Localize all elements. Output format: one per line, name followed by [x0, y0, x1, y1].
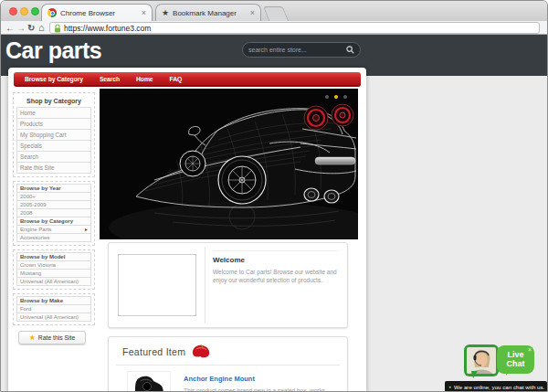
- tab-label: Chrome Browser: [60, 9, 138, 17]
- rate-button-label: Rate this Site: [38, 334, 75, 341]
- hot-item-icon: [191, 344, 211, 359]
- divider: [116, 365, 340, 366]
- browser-toolbar: ← → ↻ ⌂ https://www.fortune3.com: [1, 21, 547, 35]
- chat-agent-avatar: [467, 347, 496, 374]
- sidebar-item-rate-this-site[interactable]: Rate this Site: [16, 162, 91, 174]
- web-page: Car parts Browse by Category Search Home…: [1, 35, 547, 392]
- chat-status-text: We are online, you can chat with us.: [454, 384, 544, 390]
- nav-browse-by-category[interactable]: Browse by Category: [25, 76, 83, 82]
- store-search-input[interactable]: [248, 47, 342, 53]
- address-bar[interactable]: https://www.fortune3.com: [49, 22, 540, 34]
- window-zoom-button[interactable]: [31, 7, 39, 16]
- carousel-dots: [325, 95, 347, 99]
- search-icon[interactable]: [346, 46, 354, 54]
- url-text: https://www.fortune3.com: [64, 24, 151, 33]
- carousel-dot-active[interactable]: [334, 95, 338, 99]
- sidebar-item-label: Engine Parts: [20, 227, 51, 232]
- reload-icon[interactable]: ↻: [27, 21, 35, 35]
- product-info: Anchor Engine Mount This product comes b…: [184, 371, 347, 392]
- welcome-title: Welcome: [213, 256, 338, 264]
- submenu-arrow-icon: ►: [84, 227, 89, 232]
- browser-window: Chrome Browser × ★ Bookmark Manager × ← …: [0, 0, 548, 392]
- sidebar-item-universal-model[interactable]: Universal (All American): [16, 277, 91, 286]
- tab-chrome-browser[interactable]: Chrome Browser ×: [41, 4, 153, 21]
- site-content-wrapper: Browse by Category Search Home FAQ Shop …: [8, 68, 366, 392]
- carousel-dot[interactable]: [325, 95, 329, 99]
- sidebar-group-make: Browse by Make Ford Universal (All Ameri…: [13, 293, 95, 325]
- featured-item-panel: Featured Item: [108, 336, 348, 392]
- rate-this-site-button[interactable]: ★ Rate this Site: [18, 331, 86, 344]
- tab-close-icon[interactable]: ×: [250, 9, 255, 17]
- tab-strip: Chrome Browser × ★ Bookmark Manager ×: [1, 1, 547, 21]
- chat-status-bar[interactable]: ● We are online, you can chat with us.: [445, 381, 547, 392]
- live-chat-label-line2: Chat: [497, 359, 534, 368]
- back-icon[interactable]: ←: [5, 21, 15, 35]
- window-close-button[interactable]: [9, 7, 17, 16]
- tab-close-icon[interactable]: ×: [142, 9, 146, 17]
- chat-agent-photo-bubble[interactable]: [464, 344, 499, 376]
- sidebar-group-browse: Browse by Year 2000+ 2005-2009 2008 Brow…: [13, 181, 95, 246]
- sidebar: Shop by Category Home Products My Shoppi…: [13, 92, 95, 344]
- live-chat-button[interactable]: × Live Chat: [497, 345, 534, 374]
- welcome-body: Welcome to Car parts! Browse our website…: [213, 269, 338, 284]
- site-title: Car parts: [5, 37, 101, 64]
- product-description: This product comes brand new in a sealed…: [184, 387, 336, 392]
- online-dot-icon: ●: [448, 385, 451, 389]
- divider: [205, 247, 206, 323]
- sidebar-group-shop: Shop by Category Home Products My Shoppi…: [13, 92, 95, 177]
- wireframe-car-image: [100, 89, 358, 239]
- chrome-logo-icon: [47, 8, 57, 17]
- carousel-dot[interactable]: [343, 95, 347, 99]
- featured-header: Featured Item: [109, 337, 347, 363]
- sidebar-item-accessories[interactable]: Accessories: [16, 233, 91, 242]
- main-column: Welcome Welcome to Car parts! Browse our…: [100, 68, 358, 392]
- hero-banner: [100, 89, 358, 239]
- window-minimize-button[interactable]: [20, 7, 28, 16]
- featured-title: Featured Item: [122, 346, 185, 357]
- chat-close-icon[interactable]: ×: [528, 346, 532, 353]
- forward-icon[interactable]: →: [16, 21, 26, 35]
- home-icon[interactable]: ⌂: [38, 21, 45, 35]
- featured-product-row: Anchor Engine Mount This product comes b…: [109, 371, 347, 392]
- product-image[interactable]: [127, 371, 171, 392]
- sidebar-group-model: Browse by Model Crown Victoria Mustang U…: [13, 249, 95, 290]
- tab-label: Bookmark Manager: [173, 9, 247, 17]
- sidebar-item-universal-make[interactable]: Universal (All American): [16, 313, 91, 322]
- new-tab-button[interactable]: [263, 6, 289, 21]
- product-name-link[interactable]: Anchor Engine Mount: [184, 375, 336, 383]
- welcome-panel: Welcome Welcome to Car parts! Browse our…: [108, 242, 348, 328]
- store-search-box[interactable]: [242, 42, 361, 58]
- bookmark-star-icon: ★: [162, 9, 169, 17]
- tab-bookmark-manager[interactable]: ★ Bookmark Manager ×: [155, 4, 261, 21]
- padlock-icon: [54, 24, 61, 33]
- star-icon: ★: [29, 334, 36, 342]
- welcome-image-placeholder: [118, 254, 196, 316]
- welcome-text-column: Welcome Welcome to Car parts! Browse our…: [213, 250, 338, 284]
